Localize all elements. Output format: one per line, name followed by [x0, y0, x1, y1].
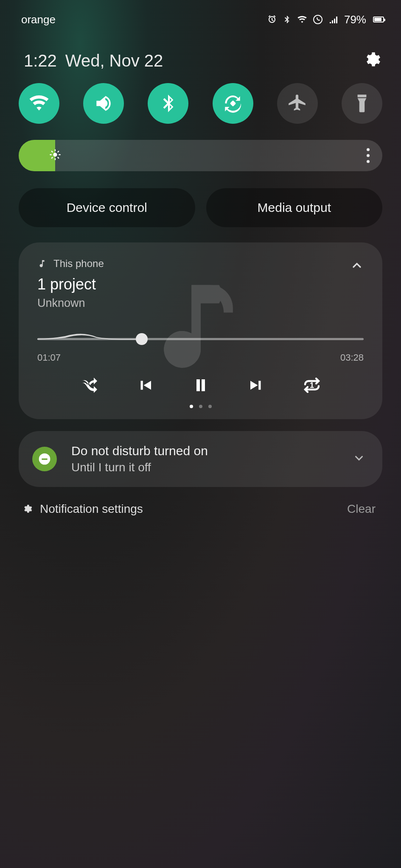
clock-time: 1:22: [24, 51, 57, 70]
svg-text:1: 1: [309, 381, 314, 389]
brightness-menu-button[interactable]: [367, 148, 370, 163]
music-small-icon: [37, 259, 47, 268]
alarm-icon: [267, 14, 277, 25]
chevron-down-icon: [353, 452, 365, 465]
page-dot-3: [208, 405, 212, 408]
wifi-status-icon: [297, 14, 308, 25]
notification-settings-button[interactable]: Notification settings: [22, 502, 143, 516]
bluetooth-icon: [157, 93, 179, 114]
bluetooth-toggle[interactable]: [148, 83, 188, 124]
svg-rect-13: [42, 459, 47, 460]
page-dot-1: [190, 405, 193, 408]
repeat-one-icon: 1: [302, 375, 322, 395]
media-page-dots[interactable]: [37, 405, 364, 408]
media-source-label: This phone: [53, 258, 104, 270]
clock-date: Wed, Nov 22: [65, 51, 163, 70]
media-controls: 1: [37, 375, 364, 395]
pause-icon: [191, 375, 211, 395]
shuffle-icon: [79, 375, 100, 395]
dnd-subtitle: Until I turn it off: [71, 461, 208, 474]
settings-button[interactable]: [363, 51, 381, 70]
chevron-up-icon: [350, 259, 364, 272]
signal-status-icon: [328, 14, 338, 25]
wifi-toggle[interactable]: [19, 83, 59, 124]
battery-icon: [371, 17, 384, 22]
auto-rotate-toggle[interactable]: [213, 83, 253, 124]
dnd-texts: Do not disturb turned on Until I turn it…: [71, 444, 208, 474]
dnd-notification[interactable]: Do not disturb turned on Until I turn it…: [19, 431, 382, 487]
media-elapsed: 01:07: [37, 352, 61, 363]
next-button[interactable]: [247, 376, 265, 394]
rotate-icon: [222, 93, 244, 114]
dnd-expand-button[interactable]: [353, 452, 365, 466]
svg-point-2: [53, 153, 57, 156]
notification-settings-label: Notification settings: [40, 502, 143, 516]
page-dot-2: [199, 405, 202, 408]
dnd-badge-icon: [32, 447, 57, 471]
play-pause-button[interactable]: [191, 375, 211, 395]
media-track-title: 1 project: [37, 275, 364, 293]
media-track-artist: Unknown: [37, 297, 364, 310]
svg-line-7: [52, 151, 53, 152]
call-status-icon: [313, 14, 323, 25]
bluetooth-status-icon: [282, 14, 292, 25]
progress-thumb[interactable]: [136, 333, 148, 345]
flashlight-toggle[interactable]: [342, 83, 382, 124]
wifi-icon: [28, 93, 50, 114]
repeat-button[interactable]: 1: [302, 375, 322, 395]
shortcut-pills: Device control Media output: [19, 188, 382, 227]
gear-icon: [363, 51, 381, 69]
media-duration: 03:28: [340, 352, 364, 363]
quick-settings-row: [0, 79, 401, 124]
carrier-label: orange: [21, 13, 56, 26]
status-bar: orange 79%: [0, 0, 401, 30]
media-player-card: This phone 1 project Unknown 01:07 03:28…: [19, 242, 382, 419]
skip-previous-icon: [136, 376, 154, 394]
media-source-row: This phone: [37, 258, 364, 270]
skip-next-icon: [247, 376, 265, 394]
svg-line-8: [58, 157, 59, 158]
speaker-icon: [93, 93, 114, 114]
clear-notifications-button[interactable]: Clear: [347, 502, 376, 516]
time-date: 1:22 Wed, Nov 22: [24, 51, 163, 70]
media-output-button[interactable]: Media output: [206, 188, 383, 227]
device-control-button[interactable]: Device control: [19, 188, 195, 227]
media-collapse-button[interactable]: [350, 259, 364, 274]
notification-footer: Notification settings Clear: [22, 502, 376, 516]
svg-line-10: [58, 151, 59, 152]
minus-circle-icon: [38, 452, 51, 466]
battery-percent: 79%: [344, 13, 366, 26]
shuffle-button[interactable]: [79, 375, 100, 395]
brightness-slider[interactable]: [19, 140, 382, 171]
brightness-thumb-icon: [49, 149, 61, 162]
flashlight-icon: [351, 93, 373, 114]
svg-rect-1: [230, 100, 236, 107]
airplane-toggle[interactable]: [277, 83, 318, 124]
media-times: 01:07 03:28: [37, 352, 364, 363]
dnd-title: Do not disturb turned on: [71, 444, 208, 458]
previous-button[interactable]: [136, 376, 154, 394]
progress-waveform: [37, 327, 142, 344]
media-progress-slider[interactable]: [37, 333, 364, 345]
sound-toggle[interactable]: [83, 83, 124, 124]
svg-line-9: [52, 157, 53, 158]
airplane-icon: [287, 93, 308, 114]
gear-small-icon: [22, 504, 32, 514]
header-row: 1:22 Wed, Nov 22: [0, 30, 401, 79]
status-icons: 79%: [267, 13, 384, 26]
